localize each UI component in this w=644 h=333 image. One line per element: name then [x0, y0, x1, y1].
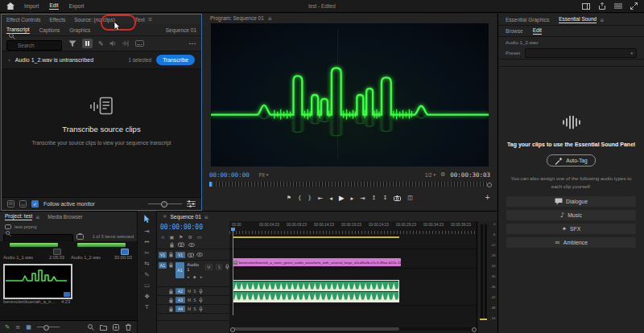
transcript-view-icon[interactable] — [7, 200, 14, 208]
mic-icon[interactable] — [199, 298, 203, 303]
captions-icon[interactable] — [135, 40, 144, 47]
timeline-timecode[interactable]: 00:00:00:00 — [160, 224, 203, 231]
comparison-view-icon[interactable]: ◫ — [407, 195, 413, 201]
play-icon[interactable]: ▶ — [339, 194, 345, 202]
tab-project[interactable]: Project: test — [5, 213, 32, 220]
tab-import[interactable]: Import — [24, 3, 39, 9]
transcript-search-input[interactable] — [6, 40, 62, 51]
track-badge-a2[interactable]: A2 — [175, 288, 185, 294]
track-select-tool[interactable]: ⇥ — [144, 228, 149, 235]
razor-tool[interactable]: ✂ — [144, 249, 149, 257]
mark-in-icon[interactable]: { — [298, 195, 301, 201]
eye-icon[interactable] — [188, 243, 195, 247]
program-timecode[interactable]: 00:00:00:00 — [209, 171, 250, 179]
timeline-settings-icon[interactable]: ⚙ — [188, 234, 192, 240]
settings-wrench-icon[interactable]: ⚙ — [440, 171, 445, 178]
tab-captions[interactable]: Captions — [39, 27, 60, 33]
delete-icon[interactable] — [125, 323, 132, 331]
close-icon[interactable]: × — [163, 213, 167, 220]
essential-sound-menu-icon[interactable]: ≡ — [600, 17, 604, 23]
playback-resolution-dropdown[interactable]: 1/2 ▾ — [425, 172, 436, 178]
lock-icon[interactable] — [169, 262, 173, 268]
lock-icon[interactable] — [169, 252, 173, 257]
speaker-icon[interactable] — [109, 40, 117, 47]
fit-dropdown[interactable]: Fit ▾ — [259, 172, 269, 178]
tab-essential-sound[interactable]: Essential Sound — [559, 16, 597, 23]
new-bin-icon[interactable] — [100, 324, 107, 331]
audio-clip[interactable] — [233, 280, 399, 302]
workspaces-menu-icon[interactable] — [614, 3, 622, 9]
tab-essential-graphics[interactable]: Essential Graphics — [506, 17, 549, 23]
tab-effect-controls[interactable]: Effect Controls — [6, 17, 41, 23]
quick-export-icon[interactable] — [598, 2, 606, 10]
mic-icon[interactable] — [199, 289, 203, 294]
solo-button[interactable]: S — [193, 306, 196, 311]
sync-lock-icon[interactable] — [178, 242, 184, 247]
timeline-h-scrollbar[interactable] — [231, 327, 476, 331]
workspace-icon[interactable] — [582, 3, 590, 10]
mute-button[interactable]: M — [188, 289, 191, 294]
source-patch-v1[interactable]: V1 — [159, 252, 167, 258]
transcript-menu-icon[interactable]: ••• — [189, 41, 196, 46]
timeline-cc-icon[interactable]: ▭ — [197, 234, 202, 240]
transcript-clip-row[interactable]: › Audio 1_2.wav is untranscribed 1 selec… — [2, 51, 201, 69]
program-title[interactable]: Program: Sequence 01 — [210, 15, 264, 21]
pen-tool[interactable]: ✎ — [144, 271, 149, 278]
mark-out-icon[interactable]: } — [308, 195, 311, 201]
rectangle-tool[interactable]: ▭ — [144, 282, 150, 289]
selection-tool[interactable] — [143, 215, 151, 224]
add-keyframe-icon[interactable]: ◆ — [193, 274, 196, 279]
icon-view-icon[interactable]: ▦ — [26, 324, 31, 331]
sync-lock-icon[interactable] — [188, 253, 194, 257]
solo-button[interactable]: S — [193, 289, 196, 294]
timeline-ruler[interactable]: 00:00 00:00:04:23 00:00:09:23 00:00:14:2… — [229, 221, 477, 240]
lock-icon[interactable] — [170, 242, 174, 248]
program-scrubber[interactable] — [209, 182, 490, 187]
step-forward-icon[interactable]: ▸ — [350, 195, 353, 202]
tab-export[interactable]: Export — [69, 3, 85, 9]
export-frame-icon[interactable] — [394, 195, 401, 201]
list-view-icon[interactable]: ≡ — [15, 324, 20, 331]
new-item-icon[interactable] — [113, 324, 119, 331]
dialogue-button[interactable]: Dialogue — [506, 196, 636, 207]
lock-icon[interactable] — [169, 298, 173, 303]
tab-edit[interactable]: Edit — [49, 2, 58, 10]
button-editor-icon[interactable]: + — [485, 194, 490, 201]
snap-icon[interactable]: ∩ — [161, 234, 164, 240]
program-playhead[interactable] — [209, 182, 212, 187]
tab-source[interactable]: Source: (no clips) — [74, 17, 115, 23]
tab-edit-sound[interactable]: Edit — [533, 27, 542, 35]
timeline-tab[interactable]: Sequence 01 — [170, 214, 200, 220]
home-icon[interactable] — [6, 2, 14, 10]
eye-icon[interactable] — [196, 253, 203, 257]
track-badge-a1[interactable]: A1 — [175, 262, 185, 278]
fullscreen-icon[interactable] — [630, 2, 638, 10]
lock-icon[interactable] — [169, 306, 173, 312]
video-clip[interactable]: fx benevolentkoenah_a_neon_green_audio_w… — [233, 258, 401, 266]
tab-effects[interactable]: Effects — [50, 17, 66, 23]
go-to-out-icon[interactable]: ⇥ — [360, 195, 365, 202]
selected-item-thumbnail[interactable] — [3, 264, 72, 299]
solo-button[interactable]: S — [216, 264, 222, 270]
find-icon[interactable] — [88, 324, 94, 331]
lane-v2[interactable] — [229, 240, 477, 249]
ripple-edit-tool[interactable]: ↔ — [144, 238, 149, 245]
ambience-button[interactable]: ≈ Ambience — [506, 237, 636, 248]
sfx-button[interactable]: ✦ SFX — [506, 224, 636, 234]
text-size-slider[interactable] — [148, 204, 182, 204]
tab-graphics[interactable]: Graphics — [69, 27, 90, 33]
lock-icon[interactable] — [169, 289, 173, 294]
linked-selection-icon[interactable]: ▣ — [169, 234, 174, 240]
pause-transcription-icon[interactable] — [82, 39, 93, 48]
slip-tool[interactable]: ⇆ — [144, 260, 149, 267]
list-item[interactable]: Audio 1_2.wav 30:00:03 — [69, 241, 134, 260]
auto-tag-button[interactable]: Auto-Tag — [547, 154, 595, 166]
list-item[interactable]: Audio 1_1.wav 2:05:03 — [2, 241, 66, 260]
solo-button[interactable]: S — [193, 298, 196, 302]
add-marker-icon[interactable]: ⚑ — [287, 195, 291, 201]
track-badge-a3[interactable]: A3 — [175, 297, 185, 303]
timeline-marker-icon[interactable]: ⚑ — [179, 234, 183, 240]
thumbnail-size-slider[interactable] — [37, 327, 60, 327]
scrollbar-handle[interactable] — [233, 327, 399, 331]
track-badge-v1[interactable]: V1 — [175, 252, 185, 258]
